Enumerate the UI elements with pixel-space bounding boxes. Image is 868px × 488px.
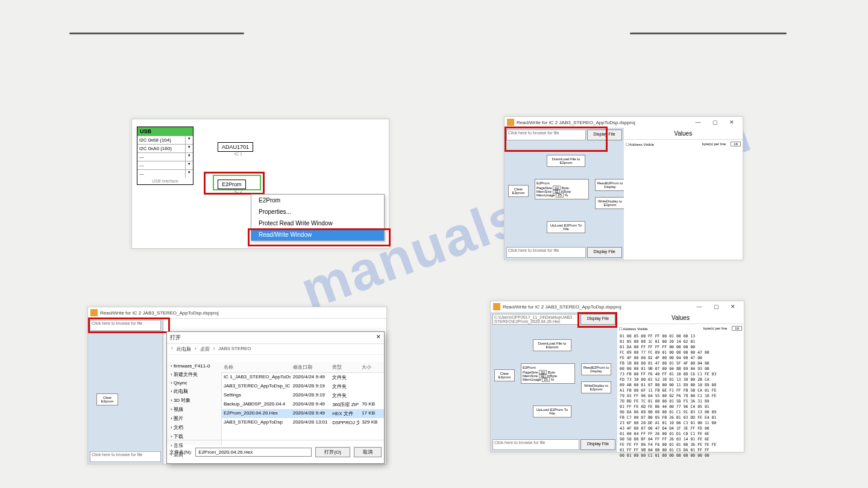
bytes-per-line-label: byte(s) per line xyxy=(703,327,728,330)
sidebar-item[interactable]: › 文档 xyxy=(167,423,221,432)
usb-header: USB xyxy=(137,127,193,136)
red-highlight-menu-item xyxy=(248,228,391,246)
chevron-down-icon[interactable]: ▾ xyxy=(186,170,193,178)
column-header[interactable]: 名称 xyxy=(221,362,291,372)
browse-input-bottom[interactable]: Click here to browse for file xyxy=(90,451,161,462)
flow-node[interactable]: DownLoad File to E2prom xyxy=(547,155,585,167)
file-row[interactable]: JAB3_STEREO_AppToDsp2020/4/28 13:01DSPPR… xyxy=(221,418,384,427)
hex-display: 01 00 05 00 FF FF 00 01 00 00 13 01 05 0… xyxy=(617,333,744,460)
flow-panel: C:\Users\OPP2017_11_24\Desktop\JAB3 STER… xyxy=(491,312,618,452)
breadcrumb-segment[interactable]: 桌面 xyxy=(200,346,210,352)
min-button[interactable]: — xyxy=(691,304,708,310)
filename-input[interactable]: E2Prom_2020.04.26.Hex xyxy=(195,448,312,457)
bytes-per-line-label: byte(s) per line xyxy=(702,142,726,146)
screenshot-2: Read/Write for IC 2 JAB3_STEREO_AppToDsp… xyxy=(504,116,743,260)
chevron-down-icon[interactable]: ▾ xyxy=(186,136,193,144)
address-visible-checkbox[interactable]: ☐ Address Visible xyxy=(626,142,655,146)
red-highlight-browse xyxy=(505,127,608,152)
flow-node[interactable]: Clear E2prom xyxy=(494,369,515,381)
sidebar-item[interactable]: › 此电脑 xyxy=(167,387,221,396)
usb-address-cell[interactable]: I2C 0x68 (104) xyxy=(137,136,186,144)
context-menu-item[interactable]: Protect Read Write Window xyxy=(251,217,384,229)
flow-node[interactable]: WriteDisplay to E2prom xyxy=(595,197,625,209)
flow-node[interactable]: ReadE2Prom to Display xyxy=(581,363,611,375)
sidebar-item[interactable]: › 新建文件夹 xyxy=(167,370,221,379)
display-file-button-bottom[interactable]: Display File xyxy=(580,439,615,450)
screenshot-1: USB I2C 0x68 (104)▾I2C 0xA0 (160)▾---▾--… xyxy=(131,119,389,249)
address-visible-checkbox[interactable]: ☐ Address Visible xyxy=(619,327,648,331)
browse-input-bottom[interactable]: Click here to browse for file xyxy=(492,439,579,450)
breadcrumb[interactable]: ↑此电脑›桌面›JAB3 STEREO xyxy=(167,344,384,355)
usb-footer-label: USB Interface xyxy=(137,178,193,184)
e2prom-settings-node[interactable]: E2PromPageSize 32 ByteMemSize 32 KByteMe… xyxy=(535,179,589,199)
dialog-bottom-bar: 文件名(N): E2Prom_2020.04.26.Hex 打开(O) 取消 xyxy=(167,440,384,463)
close-button[interactable]: ✕ xyxy=(725,304,741,310)
open-file-dialog[interactable]: 打开✕ ↑此电脑›桌面›JAB3 STEREO › firmware_F411-… xyxy=(166,331,385,464)
file-row[interactable]: IC 1_JAB3_STEREO_AppToDsp2020/4/24 9:49文… xyxy=(221,373,384,382)
path-display[interactable]: C:\Users\OPP2017_11_24\Desktop\JAB3 STER… xyxy=(492,314,579,325)
context-menu-item[interactable]: E2Prom xyxy=(251,195,384,206)
dialog-title: 打开 xyxy=(170,334,181,342)
usb-address-cell[interactable]: --- xyxy=(137,161,186,169)
usb-address-cell[interactable]: I2C 0xA0 (160) xyxy=(137,145,186,152)
context-menu-item[interactable]: Properties... xyxy=(251,206,384,217)
browse-input-bottom[interactable]: Click here to browse for file xyxy=(506,247,586,258)
chevron-down-icon[interactable]: ▾ xyxy=(186,145,193,152)
red-highlight-e2prom xyxy=(204,172,265,195)
file-row[interactable]: E2Prom_2020.04.26.Hex2020/4/28 9:49HEX 文… xyxy=(221,409,384,418)
flow-node[interactable]: DownLoad File to E2prom xyxy=(533,339,571,351)
column-header[interactable]: 大小 xyxy=(359,362,384,372)
window-title: Read/Write for IC 2 JAB3_STEREO_AppToDsp… xyxy=(503,304,691,310)
sidebar-item[interactable]: › 3D 对象 xyxy=(167,396,221,405)
column-header[interactable]: 修改日期 xyxy=(291,362,330,372)
display-file-button-bottom[interactable]: Display File xyxy=(587,247,622,258)
bytes-per-line-value[interactable]: 16 xyxy=(732,326,742,331)
app-icon xyxy=(493,303,500,310)
e2prom-settings-node[interactable]: E2PromPageSize 32 ByteMemSize 32 KByteMe… xyxy=(521,363,575,384)
adau1701-node[interactable]: ADAU1701 xyxy=(218,142,253,152)
breadcrumb-segment[interactable]: › xyxy=(213,346,215,352)
usb-interface-block[interactable]: USB I2C 0x68 (104)▾I2C 0xA0 (160)▾---▾--… xyxy=(137,127,193,185)
usb-address-cell[interactable]: --- xyxy=(137,170,186,178)
flow-node[interactable]: UpLoad E2Prom To File xyxy=(533,405,571,418)
flow-panel: Click here to browse for file Display Fi… xyxy=(505,128,624,260)
sidebar-item[interactable]: › firmware_F411-0 xyxy=(167,362,221,370)
breadcrumb-segment[interactable]: › xyxy=(195,346,197,352)
values-panel: Values ☐ Address Visible byte(s) per lin… xyxy=(624,128,743,260)
flow-node[interactable]: Clear E2prom xyxy=(508,185,529,197)
flow-node[interactable]: WriteDisplay to E2prom xyxy=(581,381,611,393)
sidebar[interactable]: › firmware_F411-0› 新建文件夹› Qsync› 此电脑› 3D… xyxy=(167,362,222,445)
sidebar-item[interactable]: › 图片 xyxy=(167,414,221,423)
flow-node[interactable]: UpLoad E2Prom To File xyxy=(547,221,585,233)
close-button[interactable]: ✕ xyxy=(723,119,740,125)
breadcrumb-segment[interactable]: JAB3 STEREO xyxy=(218,346,251,352)
breadcrumb-segment[interactable]: 此电脑 xyxy=(177,346,191,352)
flow-node[interactable]: ReadE2Prom to Display xyxy=(595,179,625,191)
file-row[interactable]: Backup_JABDSP_2020.04.42020/4/28 9:49360… xyxy=(221,400,384,409)
clear-e2prom-node[interactable]: Clear E2prom xyxy=(96,393,118,405)
sidebar-item[interactable]: › Qsync xyxy=(167,379,221,387)
min-button[interactable]: — xyxy=(690,119,706,125)
max-button[interactable]: ▢ xyxy=(706,119,723,125)
dialog-close-button[interactable]: ✕ xyxy=(376,334,381,342)
decor-line-left xyxy=(69,33,244,34)
file-row[interactable]: JAB3_STEREO_AppToDsp_IC 22020/4/28 9:19文… xyxy=(221,382,384,391)
max-button[interactable]: ▢ xyxy=(708,304,725,310)
chevron-down-icon[interactable]: ▾ xyxy=(186,153,193,161)
screenshot-3: Read/Write for IC 2 JAB3_STEREO_AppToDsp… xyxy=(87,307,387,465)
file-row[interactable]: Settings2020/4/28 9:19文件夹 xyxy=(221,391,384,400)
window-title: Read/Write for IC 2 JAB3_STEREO_AppToDsp… xyxy=(100,310,384,316)
breadcrumb-segment[interactable]: ↑ xyxy=(171,346,173,352)
bytes-per-line-value[interactable]: 16 xyxy=(731,142,741,146)
sidebar-item[interactable]: › 视频 xyxy=(167,405,221,414)
screenshot-4: Read/Write for IC 2 JAB3_STEREO_AppToDsp… xyxy=(490,301,744,452)
usb-address-cell[interactable]: --- xyxy=(137,153,186,161)
red-highlight-display xyxy=(577,312,617,328)
chevron-down-icon[interactable]: ▾ xyxy=(186,161,193,169)
file-list[interactable]: 名称修改日期类型大小 IC 1_JAB3_STEREO_AppToDsp2020… xyxy=(221,362,384,445)
red-highlight-browse xyxy=(88,318,170,333)
cancel-button[interactable]: 取消 xyxy=(354,447,382,457)
values-panel: Values ☐ Address Visible byte(s) per lin… xyxy=(617,312,744,452)
open-button[interactable]: 打开(O) xyxy=(315,447,350,457)
column-header[interactable]: 类型 xyxy=(330,362,359,372)
